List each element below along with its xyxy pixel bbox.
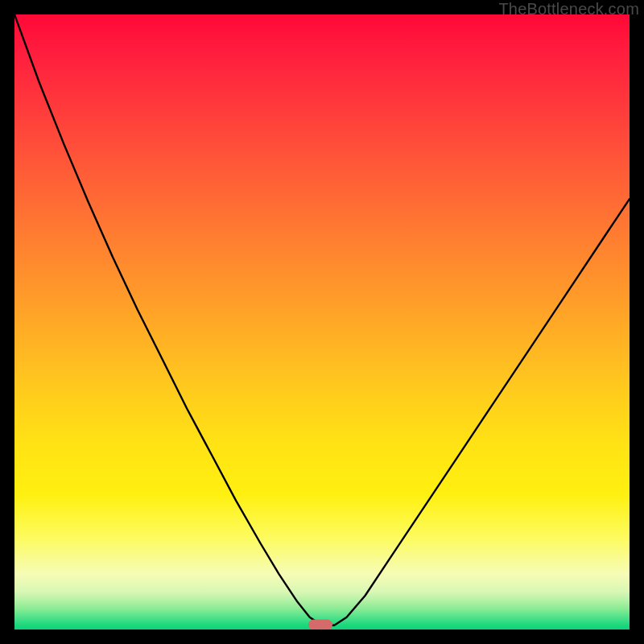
- optimum-marker: [308, 619, 332, 630]
- bottleneck-curve: [14, 14, 630, 630]
- chart-stage: TheBottleneck.com: [0, 0, 644, 644]
- plot-area: [14, 14, 630, 630]
